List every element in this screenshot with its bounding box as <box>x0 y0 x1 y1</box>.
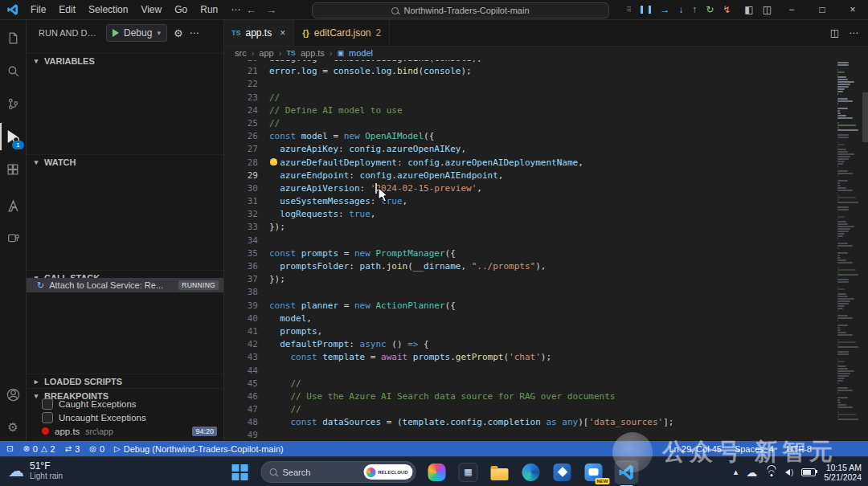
menu-edit[interactable]: Edit <box>52 0 82 19</box>
breadcrumb-app[interactable]: app <box>259 48 273 58</box>
line-number[interactable]: 22 <box>223 78 269 91</box>
restart-icon[interactable]: ↻ <box>706 4 714 15</box>
code-line[interactable]: 47 // <box>223 403 868 416</box>
call-stack-session[interactable]: ↻ Attach to Local Service: Re... RUNNING <box>26 278 223 292</box>
explorer-icon[interactable] <box>0 24 26 51</box>
step-over-icon[interactable]: → <box>660 4 669 15</box>
outlook-app-icon[interactable]: NEW <box>583 462 604 483</box>
tab-app-ts[interactable]: TS app.ts × <box>223 19 294 46</box>
code-line[interactable]: 29 azureEndpoint: config.azureOpenAIEndp… <box>223 169 868 182</box>
volume-icon[interactable]: ) <box>785 468 793 476</box>
line-number[interactable]: 38 <box>223 286 269 299</box>
extensions-icon[interactable] <box>0 156 26 183</box>
search-highlight-badge[interactable]: RELECLOUD <box>363 464 412 480</box>
menu-selection[interactable]: Selection <box>82 0 134 19</box>
clock[interactable]: 10:15 AM 5/21/2024 <box>824 463 862 482</box>
step-out-icon[interactable]: ↑ <box>692 4 697 15</box>
disconnect-icon[interactable]: ↯ <box>723 4 731 15</box>
code-line[interactable]: 31 useSystemMessages: true, <box>223 195 868 208</box>
run-and-debug-icon[interactable]: 1 <box>0 123 26 150</box>
code-line[interactable]: 28 azureDefaultDeployment: config.azureO… <box>223 157 868 169</box>
line-number[interactable]: 31 <box>223 195 269 208</box>
close-icon[interactable]: × <box>837 0 868 19</box>
copilot-app-icon[interactable] <box>427 462 448 483</box>
code-line[interactable]: 21error.log = console.log.bind(console); <box>223 65 868 78</box>
breadcrumb-src[interactable]: src <box>235 48 247 58</box>
debug-config-dropdown[interactable]: Debug ▾ <box>106 24 167 42</box>
line-number[interactable]: 48 <box>223 416 269 429</box>
code-line[interactable]: 22 <box>223 78 868 91</box>
customize-layout-icon[interactable]: ◫ <box>763 4 772 15</box>
encoding[interactable]: UTF-8 <box>787 444 812 454</box>
code-line[interactable]: 49 <box>223 429 868 441</box>
back-icon[interactable]: ← <box>246 4 256 16</box>
line-number[interactable]: 42 <box>223 338 269 351</box>
menu-more-icon[interactable]: ⋯ <box>224 0 247 19</box>
minimize-icon[interactable]: − <box>776 0 807 19</box>
indentation[interactable]: Spaces: 4 <box>735 444 774 454</box>
code-line[interactable]: 36 promptsFolder: path.join(__dirname, "… <box>223 260 868 273</box>
close-tab-icon[interactable]: × <box>280 27 285 39</box>
code-line[interactable]: 42 defaultPrompt: async () => { <box>223 338 868 351</box>
maximize-icon[interactable]: □ <box>807 0 837 19</box>
pause-icon[interactable] <box>641 6 651 14</box>
taskbar-search[interactable]: Search RELECLOUD <box>261 461 416 483</box>
breakpoint-dot-icon[interactable] <box>42 427 49 435</box>
panel-more-icon[interactable]: ⋯ <box>190 27 199 39</box>
toggle-sidebar-icon[interactable]: ◧ <box>744 4 753 15</box>
account-icon[interactable] <box>0 381 26 408</box>
line-number[interactable]: 49 <box>223 429 269 441</box>
code-line[interactable]: 45 // <box>223 378 868 390</box>
line-number[interactable]: 26 <box>223 130 269 143</box>
code-line[interactable]: 39const planner = new ActionPlanner({ <box>223 300 868 312</box>
line-number[interactable]: 41 <box>223 325 269 338</box>
m365-app-icon[interactable] <box>552 462 573 483</box>
line-number[interactable]: 21 <box>223 65 269 78</box>
split-editor-icon[interactable]: ◫ <box>830 27 839 39</box>
checkbox[interactable] <box>42 412 53 423</box>
search-view-icon[interactable] <box>0 57 26 84</box>
code-line[interactable]: 46 // Use the Azure AI Search data sourc… <box>223 390 868 403</box>
edge-browser-icon[interactable] <box>521 462 542 483</box>
start-button[interactable] <box>230 462 251 483</box>
line-number[interactable]: 40 <box>223 312 269 325</box>
step-into-icon[interactable]: ↓ <box>678 4 683 15</box>
code-line[interactable]: 38 <box>223 286 868 299</box>
line-number[interactable]: 33 <box>223 221 269 234</box>
breakpoint-uncaught-exceptions[interactable]: Uncaught Exceptions <box>26 410 223 424</box>
menu-go[interactable]: Go <box>168 0 194 19</box>
code-line[interactable]: 43 const template = await prompts.getPro… <box>223 351 868 364</box>
line-number[interactable]: 35 <box>223 247 269 260</box>
code-line[interactable]: 35const prompts = new PromptManager({ <box>223 247 868 260</box>
breadcrumb-symbol[interactable]: model <box>349 48 373 58</box>
source-control-icon[interactable] <box>0 90 26 117</box>
line-number[interactable]: 44 <box>223 365 269 378</box>
battery-icon[interactable] <box>801 468 816 476</box>
settings-gear-icon[interactable]: ⚙ <box>0 414 26 441</box>
checkbox[interactable] <box>42 398 53 410</box>
code-line[interactable]: 23// <box>223 92 868 104</box>
line-number[interactable]: 32 <box>223 208 269 221</box>
section-watch[interactable]: ▾ WATCH <box>26 154 223 169</box>
teams-toolkit-icon[interactable] <box>0 225 26 252</box>
remote-indicator[interactable]: ⊡ <box>6 444 13 453</box>
line-number[interactable]: 27 <box>223 143 269 156</box>
file-explorer-icon[interactable] <box>489 462 510 483</box>
code-line[interactable]: 27 azureApiKey: config.azureOpenAIKey, <box>223 143 868 156</box>
breadcrumb-file[interactable]: app.ts <box>301 48 325 58</box>
menu-run[interactable]: Run <box>194 0 224 19</box>
grip-icon[interactable]: ⠿ <box>627 6 633 14</box>
code-line[interactable]: 37}); <box>223 273 868 286</box>
line-number[interactable]: 36 <box>223 260 269 273</box>
tab-editcard-json[interactable]: {} editCard.json 2 <box>294 19 390 46</box>
line-number[interactable]: 47 <box>223 403 269 416</box>
code-line[interactable]: 34 <box>223 235 868 247</box>
code-line[interactable]: 33}); <box>223 221 868 234</box>
weather-widget[interactable]: ☁ 51°F Light rain <box>8 460 63 480</box>
start-debug-icon[interactable] <box>113 29 119 37</box>
menu-view[interactable]: View <box>134 0 168 19</box>
line-number[interactable]: 24 <box>223 104 269 117</box>
azure-icon[interactable] <box>0 192 26 219</box>
lightbulb-icon[interactable] <box>270 158 277 165</box>
notifications-indicator[interactable]: ◎ 0 <box>89 444 104 454</box>
